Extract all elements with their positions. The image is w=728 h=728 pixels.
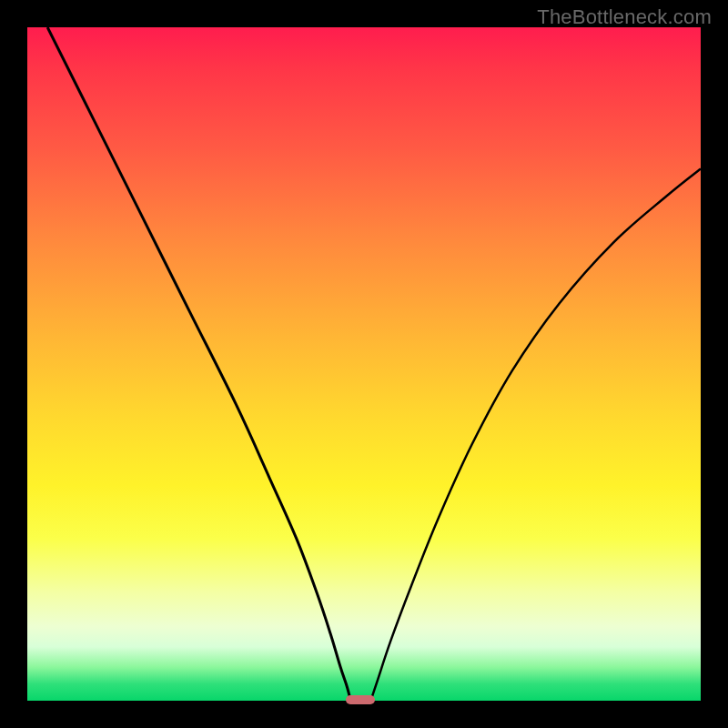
chart-curves [27, 27, 701, 701]
watermark-text: TheBottleneck.com [537, 5, 712, 29]
chart-frame: TheBottleneck.com [0, 0, 728, 728]
curve-left [47, 27, 350, 701]
curve-right [370, 168, 701, 701]
minimum-marker [346, 695, 375, 704]
chart-plot-area [27, 27, 701, 701]
